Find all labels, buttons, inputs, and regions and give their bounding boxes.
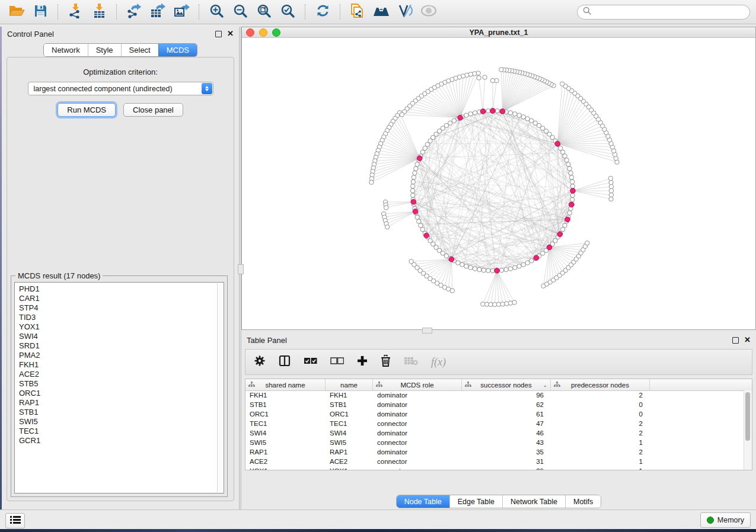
mcds-graph-node[interactable]: [490, 108, 496, 114]
cell-predecessor_nodes[interactable]: 2: [551, 391, 650, 400]
graph-node[interactable]: [564, 158, 569, 162]
deselect-all-icon[interactable]: [330, 357, 344, 367]
graph-node[interactable]: [521, 262, 525, 267]
close-panel-icon[interactable]: ✕: [744, 337, 751, 343]
tab-motifs[interactable]: Motifs: [565, 495, 601, 508]
mcds-node-item[interactable]: STB5: [19, 379, 224, 389]
add-icon[interactable]: [357, 355, 368, 368]
table-scrollbar[interactable]: [744, 390, 752, 470]
table-row[interactable]: TEC1TEC1connector472: [245, 419, 752, 429]
graph-node[interactable]: [477, 76, 481, 80]
graph-node[interactable]: [369, 180, 374, 184]
cell-successor_nodes[interactable]: 35: [462, 448, 551, 457]
cell-name[interactable]: SWI4: [326, 429, 373, 438]
graph-node[interactable]: [412, 175, 416, 180]
graph-node[interactable]: [499, 268, 503, 273]
eye-button[interactable]: [418, 2, 439, 21]
cell-name[interactable]: FKH1: [326, 391, 373, 400]
graph-node[interactable]: [567, 211, 572, 215]
graph-node[interactable]: [415, 162, 419, 166]
cell-shared_name[interactable]: SWI4: [245, 429, 326, 438]
mcds-graph-node[interactable]: [534, 255, 539, 261]
cell-shared_name[interactable]: RAP1: [245, 448, 326, 457]
graph-node[interactable]: [569, 171, 573, 175]
graph-node[interactable]: [585, 241, 589, 245]
list-scrollbar[interactable]: [217, 283, 223, 492]
columns-icon[interactable]: [279, 355, 291, 369]
column-header-successor-nodes[interactable]: successor nodes⌄: [462, 379, 551, 390]
table-row[interactable]: YOX1YOX1connector291: [245, 467, 752, 470]
binoculars-button[interactable]: [371, 2, 392, 21]
cell-name[interactable]: TEC1: [326, 419, 373, 429]
mcds-node-item[interactable]: CAR1: [19, 294, 224, 303]
graph-node[interactable]: [464, 264, 468, 268]
cell-predecessor_nodes[interactable]: 1: [551, 467, 650, 470]
graph-node[interactable]: [400, 113, 404, 117]
tab-network-table[interactable]: Network Table: [502, 495, 565, 508]
import-table-button[interactable]: [88, 2, 110, 21]
tab-select[interactable]: Select: [121, 44, 158, 56]
mcds-graph-node[interactable]: [500, 109, 505, 114]
cell-mcds_role[interactable]: connector: [373, 438, 462, 448]
cell-mcds_role[interactable]: dominator: [373, 410, 462, 419]
column-header-shared-name[interactable]: shared name: [245, 379, 326, 390]
graph-node[interactable]: [411, 184, 415, 188]
mcds-node-item[interactable]: FKH1: [19, 360, 224, 370]
cell-shared_name[interactable]: YOX1: [245, 467, 326, 470]
graph-node[interactable]: [570, 193, 575, 197]
cell-successor_nodes[interactable]: 31: [462, 457, 551, 467]
zoom-fit-button[interactable]: [253, 2, 275, 21]
graph-node[interactable]: [468, 265, 473, 270]
mcds-node-item[interactable]: RAP1: [19, 398, 224, 408]
column-header-MCDS-role[interactable]: MCDS role: [373, 379, 462, 390]
zoom-selected-button[interactable]: [277, 2, 298, 21]
graph-node[interactable]: [513, 265, 517, 270]
mcds-graph-node[interactable]: [449, 257, 454, 262]
vertical-splitter-handle[interactable]: [238, 264, 244, 274]
graph-node[interactable]: [570, 184, 575, 188]
tab-network[interactable]: Network: [44, 44, 88, 56]
gear-icon[interactable]: [254, 355, 266, 369]
graph-node[interactable]: [609, 184, 613, 188]
graph-node[interactable]: [517, 264, 521, 268]
delete-icon[interactable]: [381, 355, 391, 369]
graph-node[interactable]: [486, 109, 490, 113]
column-header-predecessor-nodes[interactable]: predecessor nodes: [551, 379, 650, 390]
show-panels-button[interactable]: [5, 513, 25, 528]
graph-node[interactable]: [414, 166, 418, 171]
graph-node[interactable]: [570, 180, 575, 184]
graph-node[interactable]: [415, 215, 419, 219]
cell-mcds_role[interactable]: connector: [373, 419, 462, 429]
graph-node[interactable]: [413, 171, 417, 175]
graph-node[interactable]: [384, 206, 388, 210]
cell-mcds_role[interactable]: connector: [373, 467, 462, 470]
graph-node[interactable]: [560, 82, 564, 86]
graph-node[interactable]: [473, 267, 477, 271]
graph-node[interactable]: [490, 78, 495, 82]
mcds-graph-node[interactable]: [569, 202, 575, 207]
export-table-button[interactable]: [147, 2, 168, 21]
graph-node[interactable]: [456, 261, 460, 265]
memory-button[interactable]: Memory: [700, 512, 751, 528]
cell-predecessor_nodes[interactable]: 2: [551, 448, 650, 457]
graph-node[interactable]: [570, 197, 575, 201]
graph-node[interactable]: [486, 268, 490, 273]
graph-node[interactable]: [569, 175, 573, 180]
float-panel-icon[interactable]: [732, 337, 739, 344]
cell-name[interactable]: SWI5: [326, 438, 373, 448]
cell-successor_nodes[interactable]: 46: [462, 429, 551, 438]
cell-shared_name[interactable]: ORC1: [245, 410, 326, 419]
cell-name[interactable]: RAP1: [326, 448, 373, 457]
cell-name[interactable]: ACE2: [326, 457, 373, 467]
mcds-node-item[interactable]: ORC1: [19, 389, 224, 398]
cell-shared_name[interactable]: SWI5: [245, 438, 326, 448]
graph-node[interactable]: [411, 180, 415, 184]
table-row[interactable]: FKH1FKH1dominator962: [245, 391, 752, 400]
mcds-graph-node[interactable]: [424, 233, 429, 238]
graph-node[interactable]: [410, 188, 414, 193]
graph-node[interactable]: [525, 117, 529, 121]
graph-node[interactable]: [609, 197, 613, 201]
mcds-node-item[interactable]: SWI4: [19, 332, 224, 341]
cell-shared_name[interactable]: FKH1: [245, 391, 326, 400]
mcds-node-item[interactable]: ACE2: [19, 370, 224, 379]
